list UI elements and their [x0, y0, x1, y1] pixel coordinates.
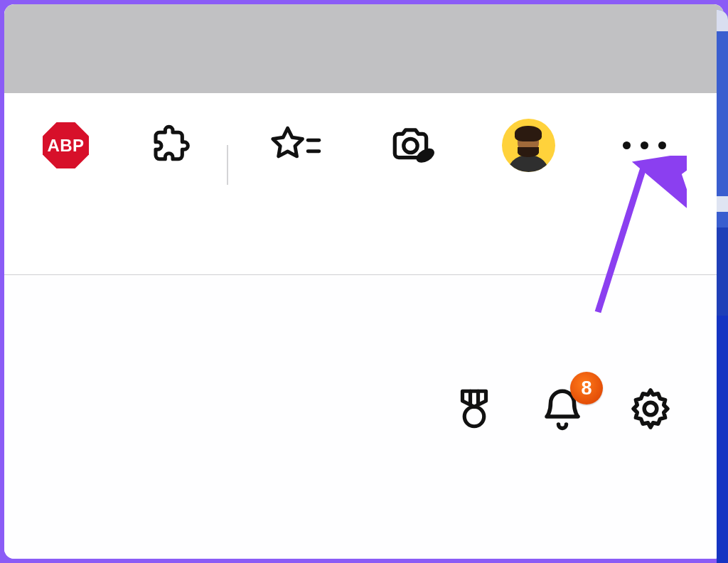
medal-icon — [451, 385, 498, 432]
screenshot-button[interactable] — [389, 124, 440, 168]
extensions-button[interactable] — [150, 123, 196, 168]
notification-count: 8 — [581, 377, 592, 400]
profile-avatar-icon — [502, 119, 555, 172]
settings-button[interactable] — [627, 385, 674, 432]
toolbar-divider — [227, 145, 228, 185]
rewards-button[interactable] — [451, 385, 498, 432]
puzzle-piece-icon — [150, 123, 196, 168]
svg-point-7 — [644, 402, 657, 415]
notifications-button[interactable]: 8 — [539, 385, 586, 432]
svg-point-6 — [464, 407, 484, 427]
svg-point-2 — [404, 139, 417, 152]
more-menu-button[interactable] — [623, 141, 666, 149]
abp-icon: ABP — [43, 122, 89, 168]
screenshot-camera-icon — [389, 124, 440, 168]
favorites-star-icon — [267, 123, 323, 168]
abp-extension-button[interactable]: ABP — [43, 122, 89, 168]
browser-window: ABP — [4, 4, 724, 559]
page-content: 8 — [4, 275, 724, 559]
browser-toolbar: ABP — [4, 93, 724, 275]
abp-label: ABP — [47, 136, 84, 156]
favorites-button[interactable] — [267, 123, 323, 168]
profile-button[interactable] — [502, 119, 555, 172]
window-edge-strip — [717, 10, 728, 554]
tab-strip — [4, 4, 724, 93]
notification-badge: 8 — [570, 372, 603, 404]
more-menu-icon — [623, 141, 666, 149]
gear-icon — [627, 385, 674, 432]
